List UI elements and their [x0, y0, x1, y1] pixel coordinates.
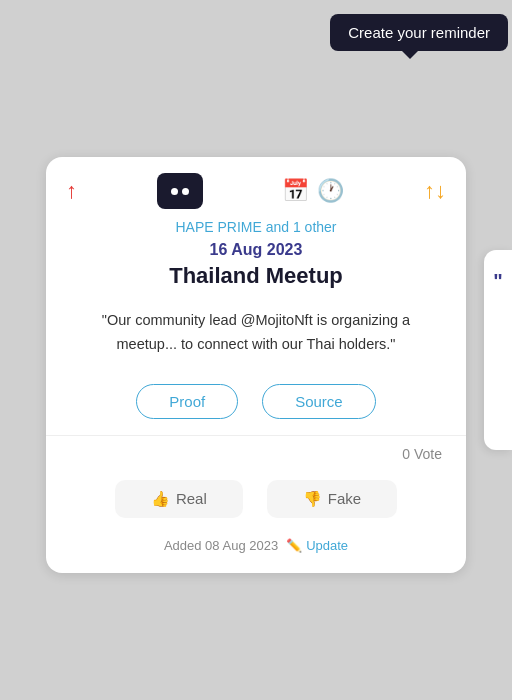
reaction-row: 👍 Real 👎 Fake	[46, 480, 466, 518]
pencil-icon: ✏️	[286, 538, 302, 553]
fake-button[interactable]: 👎 Fake	[267, 480, 397, 518]
add-calendar-icon[interactable]: 📅	[282, 178, 309, 204]
event-title: Thailand Meetup	[46, 263, 466, 289]
card-footer: Added 08 Aug 2023 ✏️ Update	[46, 538, 466, 553]
thumbs-down-icon: 👎	[303, 490, 322, 508]
source-button[interactable]: Source	[262, 384, 376, 419]
action-icons: 📅 🕐	[282, 178, 344, 204]
real-label: Real	[176, 490, 207, 507]
next-card-text: "	[493, 270, 502, 293]
logo-dot-2	[182, 188, 189, 195]
event-date: 16 Aug 2023	[46, 241, 466, 259]
proof-button[interactable]: Proof	[136, 384, 238, 419]
vote-count: 0 Vote	[46, 435, 466, 472]
logo-dot-1	[171, 188, 178, 195]
proof-source-row: Proof Source	[46, 384, 466, 419]
logo-badge	[157, 173, 203, 209]
sort-arrow-icon[interactable]: ↑↓	[424, 178, 446, 204]
added-date: Added 08 Aug 2023	[164, 538, 278, 553]
next-card-hint: "	[484, 250, 512, 450]
event-card: ↑ 📅 🕐 ↑↓ HAPE PRIME and 1 other 16 Aug 2…	[46, 157, 466, 572]
fake-label: Fake	[328, 490, 361, 507]
card-topbar: ↑ 📅 🕐 ↑↓	[46, 157, 466, 219]
update-link[interactable]: ✏️ Update	[286, 538, 348, 553]
by-line: HAPE PRIME and 1 other	[46, 219, 466, 235]
reminder-clock-icon[interactable]: 🕐	[317, 178, 344, 204]
reminder-tooltip: Create your reminder	[330, 14, 508, 51]
event-description: "Our community lead @MojitoNft is organi…	[46, 309, 466, 355]
upvote-arrow-icon[interactable]: ↑	[66, 178, 77, 204]
thumbs-up-icon: 👍	[151, 490, 170, 508]
update-label: Update	[306, 538, 348, 553]
tooltip-text: Create your reminder	[348, 24, 490, 41]
real-button[interactable]: 👍 Real	[115, 480, 243, 518]
page-container: Create your reminder ↑ 📅 🕐 ↑↓ HAPE PRIME…	[0, 0, 512, 700]
